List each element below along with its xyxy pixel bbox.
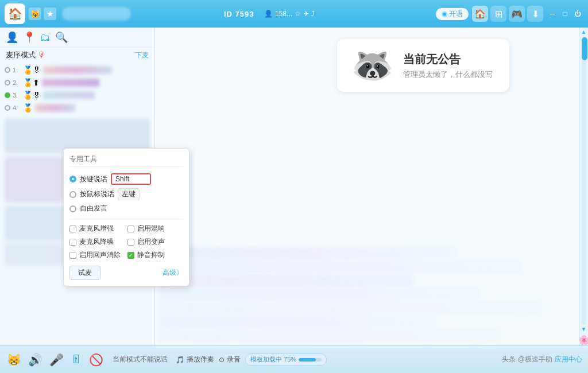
star-icon: ★ bbox=[44, 7, 56, 20]
user-badge-icon: 🏅🎖 bbox=[23, 91, 41, 100]
equalizer-icon[interactable]: 🎚 bbox=[69, 352, 83, 367]
push-to-talk-input[interactable] bbox=[111, 173, 151, 185]
user-status-indicator bbox=[5, 67, 10, 73]
home-nav-icon[interactable]: 🏠 bbox=[472, 6, 488, 22]
minimize-button[interactable]: ─ bbox=[547, 8, 558, 20]
user-badge-icon: 🏅⬆ bbox=[23, 78, 40, 87]
scrollbar[interactable]: ▲ ▼ 🌸 bbox=[579, 28, 588, 345]
mic-icon[interactable]: 🎤 bbox=[48, 352, 65, 368]
emoji-icon[interactable]: 😸 bbox=[6, 352, 22, 368]
volume-icon[interactable]: 🔊 bbox=[27, 352, 44, 368]
flower-icon[interactable]: 🌸 bbox=[578, 335, 589, 345]
scroll-up-button[interactable]: ▲ bbox=[581, 29, 587, 35]
noise-reduce-checkbox[interactable] bbox=[69, 239, 76, 246]
bottom-bar: 😸 🔊 🎤 🎚 🚫 当前模式不能说话 🎵 播放伴奏 ⊙ 录音 模板加载中 75%… bbox=[0, 345, 588, 373]
top-bar-right: ◉ 开语 🏠 ⊞ 🎮 ⬇ ─ □ ⏻ bbox=[436, 6, 583, 22]
plane-icon: ✈ bbox=[303, 10, 309, 18]
noise-reduce-label: 麦克风降噪 bbox=[79, 237, 114, 247]
search-icon[interactable]: 🔍 bbox=[55, 31, 68, 44]
user-status-indicator bbox=[5, 105, 10, 111]
user-status-indicator bbox=[5, 92, 10, 98]
advanced-button[interactable]: 高级》 bbox=[163, 268, 183, 278]
scroll-thumb[interactable] bbox=[582, 37, 587, 60]
free-talk-radio[interactable] bbox=[69, 205, 76, 212]
folder-icon[interactable]: 🗂 bbox=[40, 32, 51, 44]
list-item[interactable]: 3. 🏅🎖 bbox=[0, 89, 154, 102]
echo-cancel-label: 启用回声消除 bbox=[79, 250, 121, 260]
mute-suppress-checkbox[interactable] bbox=[127, 252, 134, 259]
music-note-icon: 🎵 bbox=[176, 356, 184, 364]
list-item[interactable]: 4. 🏅 bbox=[0, 102, 154, 114]
test-mic-button[interactable]: 试麦 bbox=[69, 266, 100, 280]
divider bbox=[69, 219, 183, 219]
mouse-talk-row[interactable]: 按鼠标说话 左键 bbox=[69, 187, 183, 202]
announcement-text: 当前无公告 管理员太懒了，什么都没写 bbox=[403, 52, 493, 80]
nav-icons: 🏠 ⊞ 🎮 ⬇ bbox=[472, 6, 543, 22]
mouse-talk-radio[interactable] bbox=[69, 191, 76, 198]
service-center-button[interactable]: 应用中心 bbox=[555, 355, 582, 364]
panel-header: 麦序模式 🎙 下麦 bbox=[0, 48, 154, 63]
mic-enhance-row[interactable]: 麦克风增强 bbox=[69, 223, 125, 235]
top-bar: 🏠 😺 ★ ID 7593 👤 158... ☆ ✈ ⤴ ◉ 开语 🏠 ⊞ 🎮 … bbox=[0, 0, 588, 28]
window-controls: ─ □ ⏻ bbox=[547, 8, 583, 20]
mute-suppress-row[interactable]: 静音抑制 bbox=[127, 249, 183, 261]
announcement-subtitle: 管理员太懒了，什么都没写 bbox=[403, 69, 493, 80]
echo-cancel-checkbox[interactable] bbox=[69, 252, 76, 259]
user-badge-icon: 🏅 bbox=[23, 103, 33, 112]
blurred-message bbox=[158, 302, 542, 314]
exit-mic-button[interactable]: 下麦 bbox=[135, 50, 149, 60]
free-talk-label: 自由发言 bbox=[80, 204, 107, 213]
gamepad-nav-icon[interactable]: 🎮 bbox=[509, 6, 525, 22]
share-icon: ⤴ bbox=[311, 10, 315, 18]
free-talk-row[interactable]: 自由发言 bbox=[69, 202, 183, 215]
chat-main: 🦝 当前无公告 管理员太懒了，什么都没写 bbox=[155, 28, 588, 345]
push-to-talk-row[interactable]: 按键说话 bbox=[69, 172, 183, 187]
top-bar-icons: 😺 ★ bbox=[29, 7, 56, 20]
popup-title-bar: 专用工具 bbox=[69, 154, 183, 167]
status-text: 当前模式不能说话 bbox=[109, 355, 171, 364]
reverb-checkbox[interactable] bbox=[127, 226, 134, 232]
scroll-down-button[interactable]: ▼ bbox=[581, 326, 587, 332]
blurred-message bbox=[158, 329, 500, 342]
mic-settings-icon[interactable]: 🎙 bbox=[38, 50, 46, 60]
reverb-row[interactable]: 启用混响 bbox=[127, 223, 183, 235]
popup-footer: 试麦 高级》 bbox=[69, 266, 183, 280]
blurred-message bbox=[158, 288, 478, 301]
profile-icon[interactable]: 👤 bbox=[6, 31, 18, 44]
progress-label: 模板加载中 75% bbox=[250, 355, 296, 364]
blurred-message bbox=[158, 316, 435, 328]
list-item[interactable]: 2. 🏅⬆ bbox=[0, 76, 154, 89]
kaiyuan-button[interactable]: ◉ 开语 bbox=[436, 8, 469, 20]
left-toolbar: 👤 📍 🗂 🔍 bbox=[0, 28, 154, 48]
user-info: 👤 158... ☆ ✈ ⤴ bbox=[264, 10, 315, 18]
push-to-talk-radio[interactable] bbox=[69, 176, 76, 182]
scroll-track bbox=[582, 36, 586, 325]
music-playback-button[interactable]: 🎵 播放伴奏 bbox=[176, 355, 214, 364]
blurred-message bbox=[158, 274, 414, 287]
list-item[interactable]: 1. 🏅🎖 bbox=[0, 64, 154, 76]
mic-enhance-checkbox[interactable] bbox=[69, 226, 76, 232]
mascot-image: 🦝 bbox=[351, 48, 394, 83]
blurred-message bbox=[158, 247, 457, 259]
left-panel: 👤 📍 🗂 🔍 麦序模式 🎙 下麦 1. 🏅🎖 2. 🏅⬆ bbox=[0, 28, 155, 345]
announcement-title: 当前无公告 bbox=[403, 52, 493, 67]
record-button[interactable]: ⊙ 录音 bbox=[219, 355, 241, 364]
voice-change-checkbox[interactable] bbox=[127, 239, 134, 246]
download-nav-icon[interactable]: ⬇ bbox=[527, 6, 543, 22]
popup-title-text: 专用工具 bbox=[69, 154, 97, 164]
reverb-label: 启用混响 bbox=[137, 224, 165, 234]
close-button[interactable]: ⏻ bbox=[572, 8, 583, 20]
mute-suppress-label: 静音抑制 bbox=[137, 250, 165, 260]
mic-enhance-label: 麦克风增强 bbox=[79, 224, 114, 234]
noise-reduce-row[interactable]: 麦克风降噪 bbox=[69, 236, 125, 248]
maximize-button[interactable]: □ bbox=[559, 8, 571, 20]
mute-icon[interactable]: 🚫 bbox=[88, 352, 105, 368]
chat-messages-blur bbox=[155, 243, 588, 345]
grid-nav-icon[interactable]: ⊞ bbox=[490, 6, 506, 22]
person-icon: 👤 bbox=[264, 10, 273, 18]
location-icon[interactable]: 📍 bbox=[23, 31, 36, 44]
avatar-icon: 😺 bbox=[29, 7, 41, 20]
voice-change-row[interactable]: 启用变声 bbox=[127, 236, 183, 248]
echo-cancel-row[interactable]: 启用回声消除 bbox=[69, 249, 125, 261]
announcement-box: 🦝 当前无公告 管理员太懒了，什么都没写 bbox=[337, 39, 509, 92]
